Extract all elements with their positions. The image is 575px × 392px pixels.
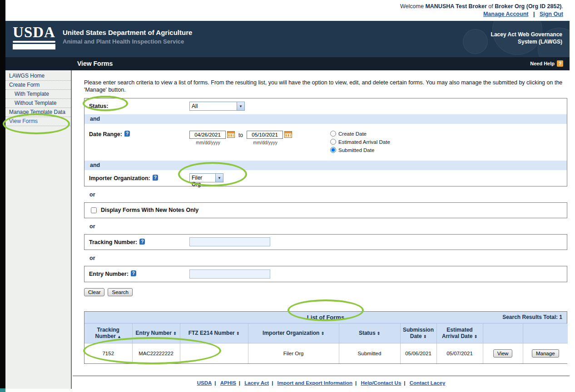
sidebar-item-view-forms[interactable]: View Forms xyxy=(5,117,71,126)
usda-logo-swoosh xyxy=(13,41,55,43)
submitted-date-radio[interactable] xyxy=(330,147,336,153)
footer-separator: | xyxy=(272,380,273,386)
create-date-label: Create Date xyxy=(338,131,367,137)
sort-icon: ⇕ xyxy=(423,334,427,339)
cell-manage: Manage xyxy=(523,343,568,363)
calendar-icon[interactable] xyxy=(227,131,235,138)
column-header-importer-organization[interactable]: Importer Organization⇕ xyxy=(248,323,339,343)
sort-asc-icon: ▲ xyxy=(117,334,121,339)
estimated-arrival-date-label: Estimated Arrival Date xyxy=(338,139,390,145)
view-button[interactable]: View xyxy=(493,349,513,358)
main-content: Please enter search criteria to view a l… xyxy=(84,70,567,364)
clear-button[interactable]: Clear xyxy=(84,288,104,296)
sidebar-item-with-template[interactable]: With Template xyxy=(5,90,71,99)
sidebar-item-without-template[interactable]: Without Template xyxy=(5,99,71,108)
date-format-hint: mm/dd/yyyy xyxy=(247,140,284,145)
tracking-number-input[interactable] xyxy=(189,237,270,246)
footer-separator: | xyxy=(404,380,405,386)
or-divider: or xyxy=(84,191,567,198)
help-icon[interactable]: ? xyxy=(139,239,145,245)
status-row: Status: All ▼ xyxy=(84,98,567,114)
org-name: Broker Org (Org ID 2852) xyxy=(495,3,561,10)
column-header-tracking-number[interactable]: Tracking Number▲ xyxy=(84,323,132,343)
search-buttons-row: Clear Search xyxy=(84,288,567,296)
sign-out-link[interactable]: Sign Out xyxy=(540,11,563,17)
date-range-label: Date Range:? xyxy=(89,131,189,137)
need-help-icon[interactable]: ? xyxy=(557,60,563,67)
left-strip-accent xyxy=(0,388,5,392)
column-header-ftz-e214-number[interactable]: FTZ E214 Number⇕ xyxy=(180,323,248,343)
help-icon[interactable]: ? xyxy=(131,270,136,276)
help-icon[interactable]: ? xyxy=(124,131,130,137)
manage-button[interactable]: Manage xyxy=(532,349,559,358)
footer-separator: | xyxy=(355,380,357,386)
need-help-link[interactable]: Need Help ? xyxy=(530,60,563,67)
cell-view: View xyxy=(483,343,523,363)
app-title: Lacey Act Web Governance System (LAWGS) xyxy=(491,31,562,45)
footer-link-lacey-act[interactable]: Lacey Act xyxy=(244,380,269,386)
cell-entry-number: MAC22222222 xyxy=(132,343,180,363)
column-header-estimated-arrival-date[interactable]: Estimated Arrival Date⇕ xyxy=(436,323,483,343)
entry-number-input[interactable] xyxy=(189,270,270,279)
header-bubble-decoration xyxy=(463,29,488,54)
column-label: Entry Number xyxy=(136,330,172,336)
date-range-label-text: Date Range: xyxy=(89,131,122,137)
date-controls: mm/dd/yyyy to mm/dd/yyyy Create Date xyxy=(189,131,390,154)
footer-link-aphis[interactable]: APHIS xyxy=(220,380,236,386)
date-to-input[interactable] xyxy=(247,131,283,139)
results-table: Tracking Number▲ Entry Number⇕ FTZ E214 … xyxy=(84,323,568,363)
footer-link-contact-lacey[interactable]: Contact Lacey xyxy=(410,380,446,386)
radio-line-estimated-arrival: Estimated Arrival Date xyxy=(330,138,390,146)
footer-link-import-export[interactable]: Import and Export Information xyxy=(278,380,352,386)
cell-ftz-number xyxy=(180,343,248,363)
date-to-group: mm/dd/yyyy xyxy=(247,131,292,145)
date-format-hint: mm/dd/yyyy xyxy=(189,140,227,145)
page-header-bar: View Forms Need Help ? xyxy=(5,57,570,70)
to-label: to xyxy=(238,132,243,138)
and-divider: and xyxy=(84,161,567,170)
footer-separator: | xyxy=(214,380,216,386)
estimated-arrival-date-radio[interactable] xyxy=(330,139,336,145)
chevron-down-icon: ▼ xyxy=(215,174,223,182)
column-header-entry-number[interactable]: Entry Number⇕ xyxy=(132,323,180,343)
help-icon[interactable]: ? xyxy=(153,175,158,181)
sidebar-item-create-form[interactable]: Create Form xyxy=(5,81,71,90)
usda-logo-text: USDA xyxy=(13,24,55,40)
column-label: Importer Organization xyxy=(263,330,319,336)
lawgs-page: Welcome MANUSHA Test Broker of Broker Or… xyxy=(0,0,575,392)
entry-number-box: Entry Number:? xyxy=(84,266,567,282)
search-button[interactable]: Search xyxy=(108,288,132,296)
footer-link-help-contact[interactable]: Help/Contact Us xyxy=(361,380,401,386)
importer-org-select-value: Filer Org xyxy=(190,174,215,182)
calendar-icon[interactable] xyxy=(284,131,292,138)
results-panel: List of Forms Search Results Total: 1 Tr… xyxy=(84,311,567,364)
date-range-row: Date Range:? mm/dd/yyyy to xyxy=(84,124,567,161)
status-select[interactable]: All ▼ xyxy=(189,102,245,111)
new-notes-checkbox[interactable] xyxy=(91,207,97,213)
sidebar-item-lawgs-home[interactable]: LAWGS Home xyxy=(5,72,71,81)
tracking-number-box: Tracking Number:? xyxy=(84,234,567,250)
table-row: 7152 MAC22222222 Filer Org Submitted 05/… xyxy=(84,343,568,363)
manage-account-link[interactable]: Manage Account xyxy=(483,11,529,17)
sort-icon: ⇕ xyxy=(236,331,240,336)
table-header-row: Tracking Number▲ Entry Number⇕ FTZ E214 … xyxy=(84,323,568,343)
importer-org-select[interactable]: Filer Org ▼ xyxy=(189,173,223,182)
column-label: Estimated Arrival Date xyxy=(442,327,473,339)
date-type-radio-group: Create Date Estimated Arrival Date Submi… xyxy=(330,130,390,154)
results-title: List of Forms xyxy=(84,314,567,321)
column-header-status[interactable]: Status⇕ xyxy=(339,323,400,343)
sidebar-item-manage-template-data[interactable]: Manage Template Data xyxy=(5,108,71,117)
tracking-number-label: Tracking Number:? xyxy=(89,239,189,245)
date-from-input[interactable] xyxy=(189,131,226,139)
page-title: View Forms xyxy=(77,60,113,67)
create-date-radio[interactable] xyxy=(330,131,336,137)
search-results-total: Search Results Total: 1 xyxy=(502,314,562,320)
of-text: of xyxy=(488,3,493,10)
column-header-submission-date[interactable]: Submission Date⇕ xyxy=(400,323,436,343)
column-label: Status xyxy=(359,330,376,336)
sidebar-nav: LAWGS Home Create Form With Template Wit… xyxy=(5,70,72,389)
footer-link-usda[interactable]: USDA xyxy=(197,380,212,386)
entry-number-label: Entry Number:? xyxy=(89,270,189,277)
new-notes-box: Display Forms With New Notes Only xyxy=(84,202,567,218)
column-label: FTZ E214 Number xyxy=(188,330,235,336)
